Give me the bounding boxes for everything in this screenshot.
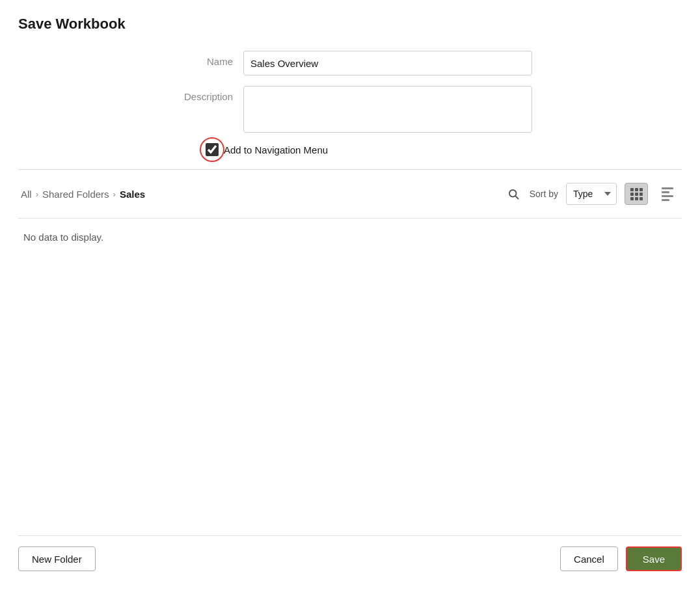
no-data-text: No data to display. [18,229,682,245]
breadcrumb: All › Shared Folders › Sales [21,189,145,200]
description-label: Description [168,86,233,102]
cancel-button[interactable]: Cancel [560,546,618,571]
name-row: Name [168,51,532,75]
grid-icon [630,188,643,200]
breadcrumb-shared-folders[interactable]: Shared Folders [42,189,109,200]
search-button[interactable] [505,185,522,202]
grid-view-button[interactable] [625,183,648,205]
breadcrumb-sales[interactable]: Sales [120,189,145,200]
sort-by-label: Sort by [530,189,558,199]
form-divider [18,169,682,170]
list-view-button[interactable] [656,183,679,205]
save-workbook-dialog: Save Workbook Name Description Add to Na… [0,0,700,592]
checkbox-wrapper [206,143,219,156]
content-area: No data to display. [18,218,682,535]
name-input[interactable] [243,51,532,75]
dialog-footer: New Folder Cancel Save [18,535,682,576]
description-row: Description [168,86,532,133]
search-icon [507,188,519,200]
dialog-title: Save Workbook [18,16,682,33]
breadcrumb-chevron-2: › [113,189,116,199]
checkbox-label: Add to Navigation Menu [224,144,328,155]
new-folder-button[interactable]: New Folder [18,546,96,571]
form-section: Name Description Add to Navigation Menu [18,51,682,156]
name-label: Name [168,51,233,67]
checkbox-row: Add to Navigation Menu [206,143,570,156]
sort-select[interactable]: Type Name Date [566,183,617,205]
add-to-nav-checkbox[interactable] [206,143,219,156]
description-input[interactable] [243,86,532,133]
breadcrumb-chevron-1: › [36,189,38,199]
footer-right: Cancel Save [560,546,682,571]
folder-controls: Sort by Type Name Date [505,183,679,205]
breadcrumb-all[interactable]: All [21,189,32,200]
folder-nav: All › Shared Folders › Sales Sort by Typ… [18,178,682,210]
list-icon [662,187,673,201]
svg-line-1 [515,196,518,198]
save-button[interactable]: Save [626,546,682,571]
